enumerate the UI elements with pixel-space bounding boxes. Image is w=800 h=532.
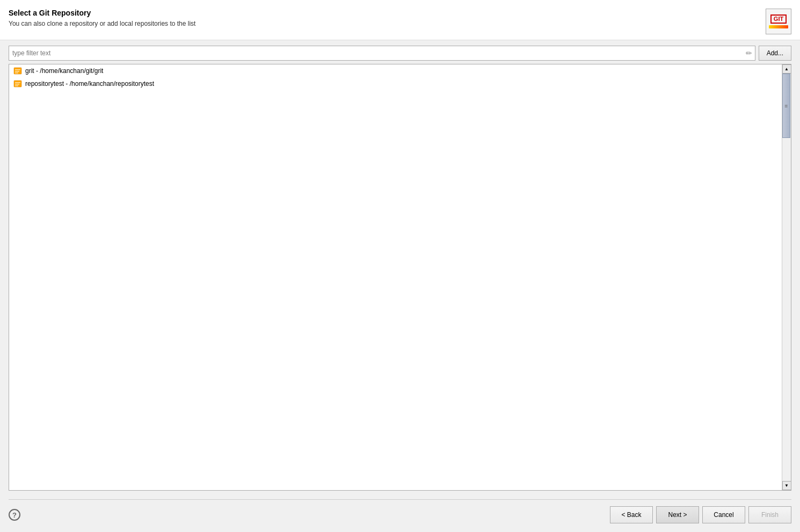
footer-buttons: ? < Back Next > Cancel Finish: [9, 506, 791, 532]
filter-input[interactable]: [9, 46, 755, 61]
header-section: Select a Git Repository You can also clo…: [0, 0, 800, 40]
git-logo-text: GIT: [770, 14, 787, 24]
help-icon[interactable]: ?: [9, 509, 20, 521]
scrollbar-thumb[interactable]: [782, 74, 790, 138]
svg-rect-1: [15, 69, 20, 70]
repo-icon: [13, 79, 22, 88]
repo-item-label-2: repositorytest - /home/kanchan/repositor…: [25, 80, 154, 88]
scrollbar-thumb-area: [782, 74, 791, 481]
scrollbar-track: ▲ ▼: [782, 64, 791, 490]
svg-rect-5: [15, 82, 20, 83]
repository-list: grit - /home/kanchan/git/grit repository…: [9, 64, 782, 490]
git-logo: GIT: [766, 9, 791, 34]
list-item[interactable]: repositorytest - /home/kanchan/repositor…: [9, 77, 782, 90]
repo-icon: [13, 67, 22, 75]
footer-section: ? < Back Next > Cancel Finish: [0, 496, 800, 532]
repo-item-label-1: grit - /home/kanchan/git/grit: [25, 67, 103, 75]
svg-rect-7: [15, 85, 18, 86]
page-subtitle: You can also clone a repository or add l…: [9, 20, 760, 27]
scrollbar-up-arrow[interactable]: ▲: [782, 64, 791, 74]
scrollbar-down-arrow[interactable]: ▼: [782, 481, 791, 490]
finish-button[interactable]: Finish: [748, 506, 791, 523]
header-text: Select a Git Repository You can also clo…: [9, 9, 760, 27]
svg-rect-2: [15, 71, 19, 72]
button-group: < Back Next > Cancel Finish: [610, 506, 791, 523]
page-title: Select a Git Repository: [9, 9, 760, 17]
clear-filter-icon[interactable]: ✏: [746, 49, 752, 57]
git-logo-bar: [769, 25, 788, 28]
repository-list-container: grit - /home/kanchan/git/grit repository…: [9, 64, 791, 491]
list-item[interactable]: grit - /home/kanchan/git/grit: [9, 64, 782, 77]
main-area: ✏ Add...: [0, 40, 800, 496]
filter-input-wrapper: ✏: [9, 46, 755, 61]
dialog-container: Select a Git Repository You can also clo…: [0, 0, 800, 532]
footer-separator: [9, 499, 791, 500]
next-button[interactable]: Next >: [656, 506, 699, 523]
svg-rect-6: [15, 84, 19, 85]
svg-rect-3: [15, 72, 18, 74]
cancel-button[interactable]: Cancel: [702, 506, 745, 523]
content-section: ✏ Add...: [0, 40, 800, 496]
add-button[interactable]: Add...: [759, 46, 791, 61]
back-button[interactable]: < Back: [610, 506, 653, 523]
filter-row: ✏ Add...: [9, 46, 791, 61]
